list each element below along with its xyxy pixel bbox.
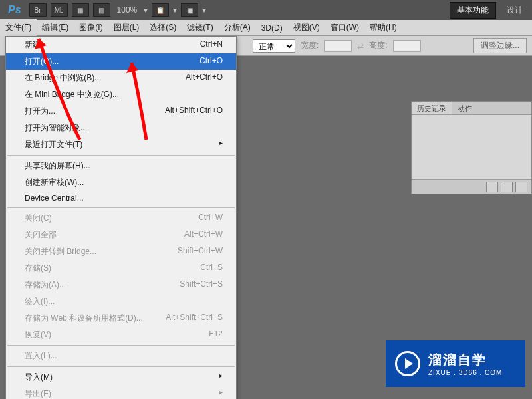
file-menu-item[interactable]: 在 Bridge 中浏览(B)...Alt+Ctrl+O	[6, 70, 236, 86]
app-toolbar: Ps Br Mb ▦ ▤ 100% ▾ 📋 ▾ ▣ ▾ 基本功能 设计	[0, 0, 532, 20]
menu-file[interactable]: 文件(F)	[0, 19, 37, 36]
bridge-button[interactable]: Br	[29, 3, 47, 17]
workspace-basic-button[interactable]: 基本功能	[450, 2, 496, 19]
file-menu-item: 导出(E)▸	[6, 386, 236, 399]
blend-mode-select[interactable]: 正常	[253, 39, 295, 53]
menu-help[interactable]: 帮助(H)	[364, 19, 402, 36]
swap-icon[interactable]: ⇄	[357, 41, 364, 51]
file-menu-item: 恢复(V)F12	[6, 327, 236, 343]
file-menu-item[interactable]: 共享我的屏幕(H)...	[6, 158, 236, 174]
menu-view[interactable]: 视图(V)	[288, 19, 325, 36]
height-label: 高度:	[369, 40, 387, 51]
menu-separator	[7, 345, 235, 346]
menu-layer[interactable]: 图层(L)	[108, 19, 145, 36]
watermark-title: 溜溜自学	[428, 351, 502, 369]
watermark-subtitle: ZIXUE . 3D66 . COM	[428, 369, 502, 376]
file-menu-item[interactable]: 打开为智能对象...	[6, 120, 236, 136]
minibridge-button[interactable]: Mb	[51, 3, 68, 17]
file-menu-dropdown: 新建Ctrl+N打开(O)...Ctrl+O在 Bridge 中浏览(B)...…	[5, 36, 237, 399]
menu-separator	[7, 207, 235, 208]
menu-separator	[7, 155, 235, 156]
ps-logo: Ps	[4, 4, 25, 16]
tab-actions[interactable]: 动作	[452, 102, 477, 114]
history-panel-body	[412, 115, 531, 179]
height-input[interactable]	[393, 40, 421, 52]
file-menu-item[interactable]: 打开(O)...Ctrl+O	[6, 53, 236, 70]
menu-edit[interactable]: 编辑(E)	[37, 19, 74, 36]
panel-icon-3[interactable]	[515, 182, 527, 192]
play-circle-icon	[395, 351, 420, 376]
watermark: 溜溜自学 ZIXUE . 3D66 . COM	[386, 340, 525, 387]
file-menu-item: 置入(L)...	[6, 348, 236, 364]
file-menu-item[interactable]: 最近打开文件(T)▸	[6, 136, 236, 153]
toolbar-icon-2[interactable]: ▤	[93, 3, 110, 17]
menu-analysis[interactable]: 分析(A)	[219, 19, 256, 36]
workspace-design-link[interactable]: 设计	[501, 3, 528, 18]
file-menu-item: 关闭(C)Ctrl+W	[6, 210, 236, 227]
toolbar-icon-1[interactable]: ▦	[72, 3, 89, 17]
file-menu-item: 存储为(A)...Shift+Ctrl+S	[6, 277, 236, 293]
menu-image[interactable]: 图像(I)	[74, 19, 108, 36]
menu-filter[interactable]: 滤镜(T)	[182, 19, 218, 36]
file-menu-item[interactable]: Device Central...	[6, 191, 236, 205]
file-menu-item: 签入(I)...	[6, 293, 236, 310]
tab-history[interactable]: 历史记录	[412, 102, 452, 114]
width-input[interactable]	[324, 40, 352, 52]
toolbar-dropdown-2-icon[interactable]: ▾	[202, 5, 206, 15]
zoom-level[interactable]: 100%	[117, 5, 138, 15]
menu-window[interactable]: 窗口(W)	[325, 19, 364, 36]
refine-edge-button[interactable]: 调整边缘...	[473, 38, 527, 53]
panel-icon-2[interactable]	[501, 182, 513, 192]
toolbar-icon-3[interactable]: 📋	[152, 3, 169, 17]
file-menu-item[interactable]: 在 Mini Bridge 中浏览(G)...	[6, 86, 236, 103]
toolbar-dropdown-1-icon[interactable]: ▾	[173, 5, 177, 15]
zoom-dropdown-icon[interactable]: ▾	[144, 5, 148, 15]
history-panel-footer	[412, 179, 531, 194]
menu-select[interactable]: 选择(S)	[144, 19, 182, 36]
width-label: 宽度:	[301, 40, 319, 51]
file-menu-item[interactable]: 打开为...Alt+Shift+Ctrl+O	[6, 103, 236, 120]
file-menu-item[interactable]: 导入(M)▸	[6, 369, 236, 386]
file-menu-item: 关闭全部Alt+Ctrl+W	[6, 227, 236, 243]
file-menu-item: 存储(S)Ctrl+S	[6, 260, 236, 277]
file-menu-item[interactable]: 创建新审核(W)...	[6, 174, 236, 191]
menubar: 文件(F) 编辑(E) 图像(I) 图层(L) 选择(S) 滤镜(T) 分析(A…	[0, 20, 532, 36]
menu-3d[interactable]: 3D(D)	[256, 21, 288, 35]
menu-separator	[7, 366, 235, 367]
file-menu-item: 存储为 Web 和设备所用格式(D)...Alt+Shift+Ctrl+S	[6, 310, 236, 327]
file-menu-item: 关闭并转到 Bridge...Shift+Ctrl+W	[6, 243, 236, 260]
file-menu-item[interactable]: 新建Ctrl+N	[6, 37, 236, 53]
toolbar-icon-4[interactable]: ▣	[181, 3, 198, 17]
history-panel: 历史记录 动作	[411, 101, 532, 194]
panel-icon-1[interactable]	[486, 182, 498, 192]
